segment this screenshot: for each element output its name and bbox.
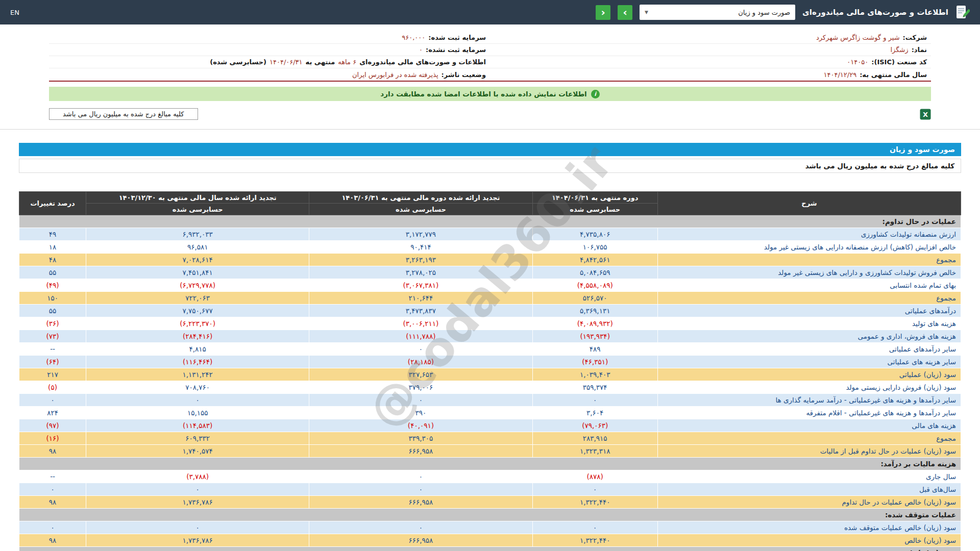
company-info: شرکت: شیر و گوشت زاگرس شهرکرد سرمایه ثبت… xyxy=(49,32,931,82)
row-label: خالص فروش تولیدات کشاورزی و دارایی های ز… xyxy=(657,266,961,279)
row-label: بهای تمام شده انتسابی xyxy=(657,279,961,292)
nav-back-button[interactable]: ‹ xyxy=(596,5,610,20)
section-label: هزینه مالیات بر درآمد: xyxy=(19,458,961,470)
row-value: ۰ xyxy=(532,394,657,407)
info-icon: i xyxy=(591,90,600,98)
row-change-pct: ۵۵ xyxy=(19,266,86,279)
row-value: (۴,۰۸۹,۹۳۲) xyxy=(532,317,657,330)
header-desc: شرح xyxy=(657,192,961,215)
row-value: (۴۰,۰۹۱) xyxy=(309,419,532,432)
row-value: ۱,۳۲۲,۴۴۰ xyxy=(532,534,657,547)
row-value: ۶۶۶,۹۵۸ xyxy=(309,445,532,458)
section-row: سود (زیان) پایه هر سهم: xyxy=(19,547,961,551)
income-statement-section: صورت سود و زیان کلیه مبالغ درج شده به می… xyxy=(19,143,961,551)
fiscal-year-value: ۱۴۰۴/۱۲/۲۹ xyxy=(824,71,857,79)
row-label: سایر هزینه های عملیاتی xyxy=(657,356,961,368)
row-value: ۵,۰۸۴,۶۵۹ xyxy=(532,266,657,279)
period-label: اطلاعات و صورت‌های مالی میاندوره‌ای xyxy=(359,58,486,66)
table-row: درآمدهای عملیاتی۵,۳۶۹,۱۳۱۳,۴۷۳,۸۳۷۷,۷۵۰,… xyxy=(19,305,961,317)
table-row: سود (زیان) عملیات در حال تداوم قبل از ما… xyxy=(19,445,961,458)
row-label: سال جاری xyxy=(657,470,961,483)
row-value: ۶۰۹,۳۳۲ xyxy=(86,432,309,445)
row-value: ۰ xyxy=(86,394,309,407)
row-value: ۳,۲۷۸,۰۲۵ xyxy=(309,266,532,279)
row-value: ۳,۶۰۴ xyxy=(532,407,657,419)
row-change-pct: ۹۸ xyxy=(19,445,86,458)
isic-cell: کد صنعت (ISIC): ۰۱۴۰۵۰ xyxy=(490,57,931,67)
section-row: هزینه مالیات بر درآمد: xyxy=(19,458,961,470)
row-value: ۱,۰۳۹,۴۰۳ xyxy=(532,368,657,381)
row-value: ۱,۳۲۲,۴۴۰ xyxy=(532,496,657,509)
row-value: ۶,۹۳۲,۰۳۳ xyxy=(86,228,309,241)
row-value: ۳۹۰ xyxy=(309,407,532,419)
table-row: سایر درآمدها و هزینه های غیرعملیاتی - اق… xyxy=(19,407,961,419)
row-label: مجموع xyxy=(657,254,961,266)
row-value: ۴,۸۴۲,۵۶۱ xyxy=(532,254,657,266)
period-end-date: ۱۴۰۴/۰۶/۳۱ xyxy=(270,58,303,66)
audited-note: (حسابرسی شده) xyxy=(210,58,266,66)
capital-value: ۹۶۰,۰۰۰ xyxy=(402,34,425,41)
row-label: سود (زیان) خالص عملیات در حال تداوم xyxy=(657,496,961,509)
header-prior-year: تجدید ارائه شده سال مالی منتهی به ۱۴۰۳/۱… xyxy=(86,192,309,204)
ticker-cell: نماد: زشگزا xyxy=(490,45,931,55)
divider xyxy=(0,129,980,130)
issuer-status-value: پذیرفته شده در فرابورس ایران xyxy=(352,71,438,79)
row-value: ۱,۷۳۶,۷۸۶ xyxy=(86,496,309,509)
table-row: هزینه های فروش، اداری و عمومی(۱۹۳,۹۳۴)(۱… xyxy=(19,330,961,343)
table-header: شرح دوره منتهی به ۱۴۰۴/۰۶/۳۱ تجدید ارائه… xyxy=(19,192,961,215)
row-change-pct: ۹۸ xyxy=(19,496,86,509)
row-value: ۵۲۶,۵۷۰ xyxy=(532,292,657,305)
header-audited: حسابرسی شده xyxy=(309,204,532,215)
row-label: سایر درآمدها و هزینه های غیرعملیاتی - در… xyxy=(657,394,961,407)
report-icon xyxy=(955,5,970,20)
row-value: (۲۸,۱۸۵) xyxy=(309,356,532,368)
language-toggle[interactable]: EN xyxy=(10,9,19,16)
units-row: X کلیه مبالغ درج شده به میلیون ریال می ب… xyxy=(49,108,931,120)
header-audited: حسابرسی شده xyxy=(86,204,309,215)
row-label: ارزش منصفانه تولیدات کشاورزی xyxy=(657,228,961,241)
period-mid: منتهی به xyxy=(306,58,335,66)
row-value: ۲۱۰,۶۴۴ xyxy=(309,292,532,305)
table-row: سود (زیان) خالص عملیات متوقف شده۰۰۰۰ xyxy=(19,521,961,534)
row-value: ۳,۴۷۳,۸۳۷ xyxy=(309,305,532,317)
section-row: عملیات متوقف شده: xyxy=(19,509,961,521)
row-change-pct: ۱۵۰ xyxy=(19,292,86,305)
row-label: مجموع xyxy=(657,292,961,305)
svg-text:X: X xyxy=(923,111,928,118)
row-change-pct: ۰ xyxy=(19,394,86,407)
row-value: ۰ xyxy=(309,394,532,407)
row-value: (۱۱۱,۷۸۸) xyxy=(309,330,532,343)
row-value: (۱۱۴,۵۸۳) xyxy=(86,419,309,432)
header-change-pct: درصد تغییرات xyxy=(19,192,86,215)
row-label: سود (زیان) عملیات در حال تداوم قبل از ما… xyxy=(657,445,961,458)
row-change-pct: ۰ xyxy=(19,483,86,496)
fiscal-year-cell: سال مالی منتهی به: ۱۴۰۴/۱۲/۲۹ xyxy=(490,70,931,80)
unregistered-capital-cell: سرمایه ثبت نشده: ۰ xyxy=(49,45,490,55)
row-value: ۱,۷۳۶,۷۸۶ xyxy=(86,534,309,547)
row-value: ۷,۰۲۸,۶۱۴ xyxy=(86,254,309,266)
statement-select[interactable]: صورت سود و زیان ▼ xyxy=(640,5,795,20)
fiscal-year-label: سال مالی منتهی به: xyxy=(860,71,927,79)
nav-forward-button[interactable]: › xyxy=(618,5,632,20)
statement-title-bar: صورت سود و زیان xyxy=(19,143,961,156)
table-row: سایر درآمدها و هزینه های غیرعملیاتی - در… xyxy=(19,394,961,407)
issuer-status-cell: وضعیت ناشر: پذیرفته شده در فرابورس ایران xyxy=(49,70,490,80)
ticker-label: نماد: xyxy=(912,46,927,54)
row-value: ۰ xyxy=(86,521,309,534)
row-value: ۹۰,۴۱۴ xyxy=(309,241,532,254)
row-value: ۰ xyxy=(532,521,657,534)
row-label: سود (زیان) خالص عملیات متوقف شده xyxy=(657,521,961,534)
row-value: (۷۹,۰۶۳) xyxy=(532,419,657,432)
excel-export-icon[interactable]: X xyxy=(920,109,931,120)
row-label: درآمدهای عملیاتی xyxy=(657,305,961,317)
row-value: (۳,۰۶۷,۳۸۱) xyxy=(309,279,532,292)
page-title: اطلاعات و صورت‌های مالی میاندوره‌ای xyxy=(802,8,948,17)
banner-text: اطلاعات نمایش داده شده با اطلاعات امضا ش… xyxy=(380,90,587,98)
company-info-row: شرکت: شیر و گوشت زاگرس شهرکرد سرمایه ثبت… xyxy=(49,32,931,44)
row-value: ۰ xyxy=(309,470,532,483)
row-value: ۴,۸۱۵ xyxy=(86,343,309,356)
row-value: ۷۰۸,۷۶۰ xyxy=(86,381,309,394)
row-change-pct: ۸۲۴ xyxy=(19,407,86,419)
row-label: هزینه های تولید xyxy=(657,317,961,330)
row-value: ۳۷۹,۰۰۶ xyxy=(309,381,532,394)
